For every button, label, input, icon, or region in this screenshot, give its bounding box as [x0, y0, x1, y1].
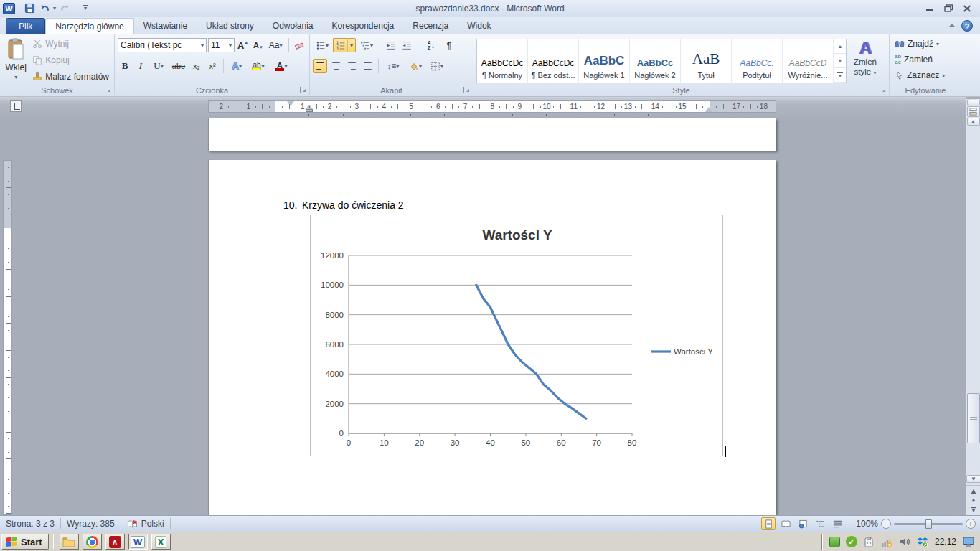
page-indicator[interactable]: Strona: 3 z 3 [0, 518, 60, 529]
quick-launch-grip[interactable] [53, 534, 55, 549]
word-count[interactable]: Wyrazy: 385 [61, 518, 121, 529]
paste-dropdown[interactable]: ▾ [14, 74, 17, 80]
styles-more-button[interactable]: ▼ [834, 68, 846, 83]
view-draft-button[interactable] [830, 517, 844, 530]
save-button[interactable] [23, 2, 36, 15]
style-item[interactable]: AaBTytuł [681, 39, 732, 83]
bullets-button[interactable]: ▾ [313, 38, 331, 52]
tray-clipboard-icon[interactable] [863, 536, 875, 548]
split-handle[interactable] [967, 100, 980, 105]
show-desktop-icon[interactable] [962, 536, 974, 548]
change-styles-button[interactable]: A Zmień style ▾ [847, 36, 884, 88]
justify-button[interactable] [360, 59, 374, 73]
grow-font-button[interactable]: A▲ [236, 38, 250, 52]
text-effects-button[interactable]: A▾ [227, 59, 246, 73]
taskbar-chrome-button[interactable] [83, 534, 102, 550]
shading-button[interactable]: ▾ [405, 59, 425, 73]
paragraph-dialog-launcher[interactable] [463, 87, 470, 93]
vertical-scrollbar[interactable]: ▲ ▼ ▲ ● ▼ [966, 99, 980, 515]
tab-plik[interactable]: Plik [6, 18, 45, 34]
change-case-button[interactable]: Aa▾ [267, 38, 285, 52]
tab-widok[interactable]: Widok [458, 18, 500, 34]
scroll-up-button[interactable]: ▲ [967, 118, 980, 126]
paste-button[interactable]: Wklej ▾ [3, 36, 29, 88]
style-item[interactable]: AaBbCcNagłówek 2 [630, 39, 681, 83]
align-left-button[interactable] [313, 59, 327, 73]
scroll-down-button[interactable]: ▼ [966, 475, 980, 483]
tab-selector[interactable] [10, 100, 22, 112]
help-icon[interactable]: ? [961, 20, 973, 32]
redo-button[interactable] [58, 2, 71, 15]
chart-frame[interactable]: 0200040006000800010000120000102030405060… [310, 215, 723, 456]
zoom-slider[interactable] [894, 523, 963, 525]
start-button[interactable]: Start [1, 534, 49, 550]
horizontal-ruler[interactable]: 211234567891011121314151718 [208, 100, 776, 113]
italic-button[interactable]: I [133, 59, 148, 73]
zoom-level[interactable]: 100% [856, 519, 878, 529]
style-item[interactable]: AaBbCcDc¶ Normalny [477, 39, 528, 83]
right-indent-marker[interactable] [705, 107, 712, 112]
borders-button[interactable]: ▾ [427, 59, 447, 73]
shrink-font-button[interactable]: A▼ [251, 38, 265, 52]
taskbar-acrobat-button[interactable]: ∧ [105, 534, 125, 550]
page-2-bottom[interactable] [208, 118, 776, 151]
tray-antivirus-icon[interactable]: ✓ [846, 536, 857, 547]
tab-wstawianie[interactable]: Wstawianie [134, 18, 197, 34]
view-outline-button[interactable] [813, 517, 827, 530]
zoom-slider-thumb[interactable] [925, 519, 932, 529]
tray-volume-icon[interactable] [899, 536, 911, 548]
font-family-combo[interactable]: Calibri (Tekst pc▾ [118, 38, 207, 52]
restore-button[interactable] [941, 4, 956, 14]
font-dialog-launcher[interactable] [300, 87, 306, 93]
multilevel-list-button[interactable]: ▾ [357, 38, 376, 52]
align-right-button[interactable] [344, 59, 359, 73]
tab-narzędzia-główne[interactable]: Narzędzia główne [45, 18, 133, 34]
decrease-indent-button[interactable] [384, 38, 398, 52]
highlight-button[interactable]: ab▾ [248, 59, 269, 73]
copy-button[interactable]: Kopiuj [30, 52, 111, 68]
format-painter-button[interactable]: Malarz formatów [30, 69, 111, 85]
undo-dropdown[interactable]: ▾ [53, 5, 56, 11]
view-web-layout-button[interactable] [796, 517, 810, 530]
document-chart[interactable]: 0200040006000800010000120000102030405060… [311, 215, 722, 456]
strikethrough-button[interactable]: abe [169, 59, 188, 73]
find-button[interactable]: Znajdź▾ [892, 36, 958, 52]
underline-button[interactable]: U▾ [149, 59, 168, 73]
tab-układ-strony[interactable]: Układ strony [197, 18, 263, 34]
styles-dialog-launcher[interactable] [880, 87, 886, 93]
tray-network-signal-icon[interactable] [881, 536, 893, 548]
bold-button[interactable]: B [118, 59, 132, 73]
cut-button[interactable]: Wytnij [30, 36, 111, 52]
clipboard-dialog-launcher[interactable] [105, 87, 111, 93]
tray-dropbox-icon[interactable] [917, 536, 929, 548]
select-browse-object-button[interactable]: ● [972, 497, 976, 504]
select-button[interactable]: Zaznacz▾ [892, 67, 958, 83]
tab-korespondencja[interactable]: Korespondencja [323, 18, 404, 34]
scroll-thumb[interactable] [967, 393, 980, 443]
previous-page-button[interactable]: ▲ [971, 487, 977, 494]
styles-scroll-up[interactable]: ▲ [834, 39, 846, 54]
zoom-in-button[interactable]: + [966, 519, 976, 529]
tray-app-icon[interactable] [829, 537, 840, 547]
line-spacing-button[interactable]: ↕≡▾ [382, 59, 404, 73]
customize-qat-button[interactable]: ▾ [79, 2, 92, 15]
numbering-button[interactable]: 123 ▾ [333, 38, 356, 52]
taskbar-excel-button[interactable]: X [151, 534, 171, 550]
tab-odwołania[interactable]: Odwołania [263, 18, 323, 34]
increase-indent-button[interactable] [400, 38, 414, 52]
font-color-button[interactable]: A▾ [270, 59, 292, 73]
vertical-ruler[interactable] [3, 160, 12, 515]
style-item[interactable]: AaBbCcDc¶ Bez odst... [528, 39, 579, 83]
zoom-out-button[interactable]: − [881, 519, 891, 529]
view-print-layout-button[interactable] [761, 517, 776, 530]
superscript-button[interactable]: x² [205, 59, 220, 73]
undo-button[interactable] [38, 2, 51, 15]
ruler-toggle-button[interactable] [967, 106, 980, 117]
proofing-status[interactable]: Polski [121, 518, 170, 529]
tab-recenzja[interactable]: Recenzja [403, 18, 458, 34]
first-line-indent-marker[interactable] [287, 101, 294, 106]
next-page-button[interactable]: ▼ [971, 507, 977, 514]
subscript-button[interactable]: x₂ [189, 59, 204, 73]
view-fullscreen-reading-button[interactable] [778, 517, 793, 530]
align-center-button[interactable] [329, 59, 343, 73]
